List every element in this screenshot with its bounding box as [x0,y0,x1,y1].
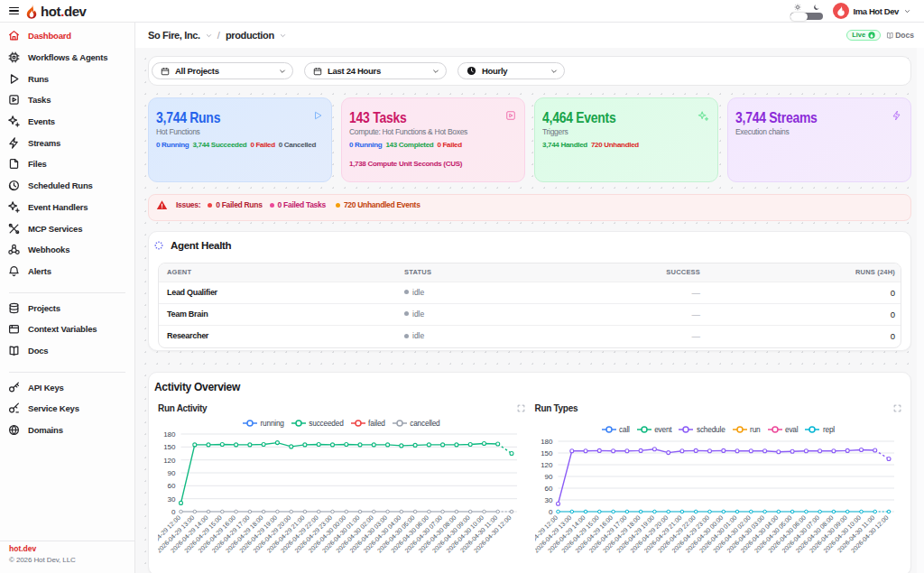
svg-text:60: 60 [544,485,552,493]
svg-text:30: 30 [544,496,552,504]
svg-text:150: 150 [541,449,553,457]
svg-text:90: 90 [544,473,552,481]
svg-text:30: 30 [168,494,176,503]
svg-text:120: 120 [541,461,553,469]
svg-text:180: 180 [541,438,553,446]
svg-text:150: 150 [163,443,176,451]
svg-text:60: 60 [168,482,176,490]
svg-text:120: 120 [163,456,176,464]
svg-text:180: 180 [163,430,176,438]
svg-text:90: 90 [168,468,176,476]
